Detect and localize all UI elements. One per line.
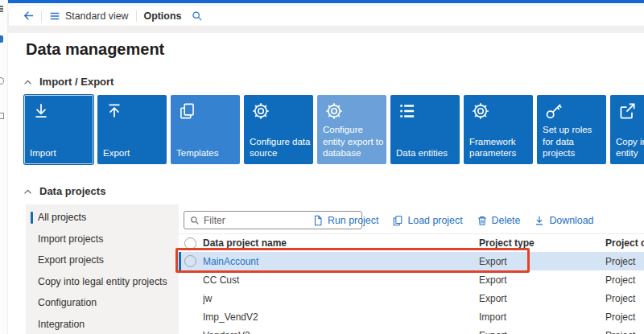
gear-icon [324, 101, 345, 122]
sidebar-item-label: Configuration [38, 297, 97, 308]
app-accent-strip [8, 0, 644, 3]
project-name-cell[interactable]: Imp_VendV2 [203, 311, 479, 323]
project-type-cell: Export [479, 274, 605, 286]
delete-button[interactable]: Delete [477, 215, 521, 226]
action-label: Run project [328, 215, 378, 226]
tile-label: Templates [176, 147, 238, 159]
search-button[interactable] [192, 10, 203, 22]
section-data-projects-label: Data projects [39, 185, 105, 197]
tile-label: Export [103, 147, 165, 159]
gear-icon [250, 101, 271, 122]
arrow-upload-icon [104, 101, 125, 122]
project-type-cell: Export [479, 330, 605, 334]
nav-fragment-icon [0, 77, 4, 85]
options-label: Options [144, 10, 182, 22]
tile-set-up-roles[interactable]: Set up roles for data projects [537, 95, 606, 164]
trash-icon [477, 215, 488, 226]
tile-label: Configure data source [250, 136, 312, 159]
project-type-cell: Export [479, 293, 605, 304]
command-bar-divider [136, 10, 137, 22]
download-button[interactable]: Download [534, 215, 593, 226]
data-management-workspace: Standard view Options Data management Im… [0, 0, 644, 334]
nav-fragment-icon [0, 10, 3, 12]
nav-fragment-icon [0, 113, 4, 119]
column-header-project-type[interactable]: Project type [479, 237, 605, 249]
selected-row-indicator [179, 252, 181, 270]
page-title: Data management [26, 40, 164, 59]
project-name-cell[interactable]: VendorsV2 [203, 330, 479, 334]
sidebar-item-configuration[interactable]: Configuration [26, 292, 179, 314]
action-label: Delete [492, 215, 521, 226]
copy-pages-icon [177, 101, 198, 122]
tile-configure-data-source[interactable]: Configure data source [244, 95, 313, 164]
sidebar-item-label: Import projects [38, 233, 103, 245]
command-bar: Standard view Options [8, 5, 644, 27]
command-bar-shadow-band [8, 27, 644, 33]
arrow-download-icon [31, 101, 52, 122]
search-icon [192, 10, 203, 22]
tile-import[interactable]: Import [24, 95, 93, 164]
data-projects-grid: Data project name Project type Project c… [179, 233, 644, 334]
standard-view-label: Standard view [65, 10, 129, 22]
table-row[interactable]: CC Cust Export Project [179, 270, 644, 289]
tile-templates[interactable]: Templates [171, 95, 240, 164]
action-label: Download [549, 215, 593, 226]
search-icon [190, 216, 200, 225]
nav-fragment-icon [0, 8, 3, 10]
nav-fragment-icon [0, 6, 3, 7]
project-category-cell: Project [605, 330, 644, 334]
sidebar-item-export-projects[interactable]: Export projects [26, 249, 179, 271]
chevron-up-icon [23, 79, 32, 85]
project-name-cell[interactable]: CC Cust [203, 274, 479, 286]
download-icon [534, 215, 545, 226]
project-category-cell: Project [605, 256, 644, 267]
project-name-link[interactable]: MainAccount [203, 256, 258, 267]
table-row[interactable]: MainAccount Export Project [179, 252, 644, 270]
project-category-cell: Project [605, 311, 644, 323]
load-project-button[interactable]: Load project [392, 215, 462, 226]
share-export-icon [617, 101, 638, 122]
action-label: Load project [407, 215, 462, 226]
section-data-projects[interactable]: Data projects [23, 185, 105, 197]
table-row[interactable]: VendorsV2 Export Project [179, 326, 644, 334]
tile-label: Framework parameters [469, 136, 531, 159]
sidebar-item-label: All projects [38, 212, 86, 223]
sidebar-item-copy-into-legal-entity[interactable]: Copy into legal entity projects [26, 271, 179, 293]
row-checkbox[interactable] [184, 255, 196, 267]
sidebar-item-label: Integration [38, 319, 85, 330]
tile-export[interactable]: Export [97, 95, 167, 164]
sidebar-item-integration[interactable]: Integration [26, 314, 179, 334]
project-name-cell[interactable]: jw [203, 293, 479, 304]
sidebar-item-import-projects[interactable]: Import projects [26, 229, 179, 250]
run-project-button[interactable]: Run project [312, 215, 378, 226]
tile-data-entities[interactable]: Data entities [390, 95, 460, 164]
tile-label: Copy into entity [616, 136, 644, 159]
standard-view-button[interactable]: Standard view [49, 10, 129, 22]
project-category-cell: Project [605, 293, 644, 304]
view-list-icon [49, 10, 60, 22]
sidebar-item-label: Copy into legal entity projects [38, 276, 167, 287]
select-all-checkbox[interactable] [184, 237, 196, 249]
section-import-export-label: Import / Export [39, 76, 114, 88]
project-filter-sidebar: All projects Import projects Export proj… [26, 204, 179, 334]
tile-framework-parameters[interactable]: Framework parameters [464, 95, 533, 164]
column-header-data-project-name[interactable]: Data project name [203, 237, 479, 249]
tile-copy-into-entity[interactable]: Copy into entity [610, 95, 644, 164]
table-row[interactable]: Imp_VendV2 Import Project [179, 307, 644, 326]
chevron-up-icon [23, 188, 32, 195]
back-button[interactable] [22, 10, 34, 22]
sidebar-item-all-projects[interactable]: All projects [26, 207, 179, 229]
project-type-cell: Import [479, 311, 605, 323]
copy-pages-icon [392, 215, 403, 226]
bulleted-list-icon [397, 101, 418, 122]
section-import-export[interactable]: Import / Export [23, 76, 114, 88]
left-nav-rail [0, 0, 8, 334]
tile-label: Import [30, 147, 92, 159]
table-row[interactable]: jw Export Project [179, 289, 644, 307]
tile-configure-entity-export[interactable]: Configure entity export to database [317, 95, 386, 164]
tile-label: Configure entity export to database [323, 124, 385, 159]
command-bar-divider [41, 10, 42, 22]
options-tab[interactable]: Options [144, 10, 182, 22]
column-header-project-category[interactable]: Project category [605, 237, 644, 249]
grid-header-row: Data project name Project type Project c… [179, 233, 644, 252]
